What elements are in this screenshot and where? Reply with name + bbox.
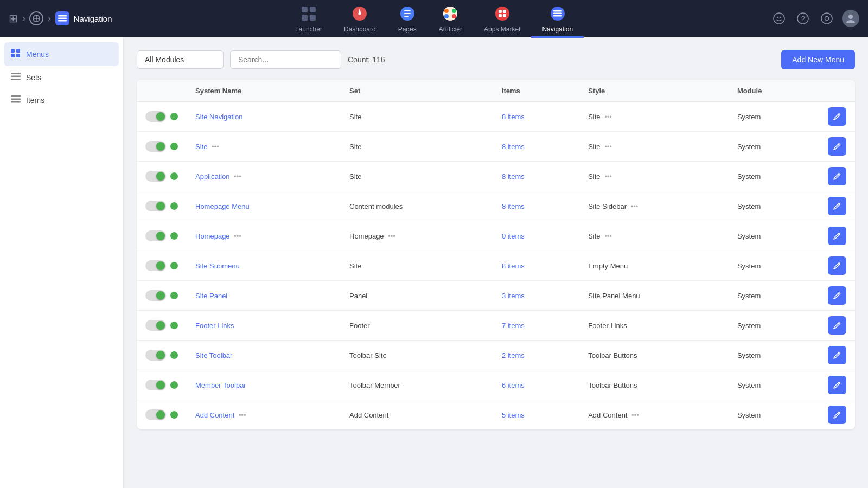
more-options-icon[interactable]: ••• — [604, 172, 612, 181]
actions-cell-8 — [819, 311, 855, 341]
items-link-3[interactable]: 8 items — [502, 172, 525, 181]
col-module: Module — [729, 80, 819, 102]
system-name-link-3[interactable]: Application — [195, 172, 230, 181]
more-options-icon[interactable]: ••• — [604, 113, 612, 121]
more-options-icon[interactable]: ••• — [239, 411, 246, 419]
svg-rect-29 — [553, 15, 562, 17]
svg-rect-39 — [16, 49, 20, 53]
edit-button-4[interactable] — [828, 197, 846, 215]
system-name-link-8[interactable]: Footer Links — [195, 322, 234, 330]
help-icon[interactable]: ? — [794, 10, 812, 27]
launcher-label: Launcher — [295, 25, 322, 33]
system-name-link-5[interactable]: Homepage — [195, 232, 230, 240]
system-name-link-4[interactable]: Homepage Menu — [195, 202, 250, 210]
items-cell-7: 3 items — [493, 281, 579, 311]
toggle-10[interactable] — [145, 380, 166, 390]
nav-item-artificier[interactable]: Artificier — [428, 0, 473, 38]
dashboard-icon — [350, 4, 369, 23]
nav-item-launcher[interactable]: Launcher — [284, 0, 333, 38]
breadcrumb-circle-icon[interactable] — [29, 11, 43, 25]
items-link-11[interactable]: 5 items — [502, 411, 525, 419]
edit-button-3[interactable] — [828, 167, 846, 185]
system-name-link-10[interactable]: Member Toolbar — [195, 381, 246, 389]
nav-item-navigation[interactable]: Navigation — [531, 0, 584, 38]
settings-icon[interactable] — [818, 10, 835, 27]
toggle-4[interactable] — [145, 201, 166, 211]
more-options-icon[interactable]: ••• — [234, 172, 241, 181]
toggle-cell-11 — [137, 400, 187, 430]
items-link-10[interactable]: 6 items — [502, 381, 525, 389]
svg-rect-8 — [302, 15, 308, 21]
set-cell-2: Site — [341, 132, 493, 162]
set-cell-9: Toolbar Site — [341, 341, 493, 370]
system-name-link-2[interactable]: Site — [195, 143, 207, 151]
module-filter-select[interactable]: All Modules — [137, 50, 224, 69]
toggle-9[interactable] — [145, 350, 166, 361]
sidebar-item-items[interactable]: Items — [0, 89, 123, 112]
system-name-link-11[interactable]: Add Content — [195, 411, 234, 419]
dashboard-label: Dashboard — [344, 25, 376, 33]
system-name-link-6[interactable]: Site Submenu — [195, 262, 240, 270]
pages-icon — [398, 4, 417, 23]
nav-item-dashboard[interactable]: Dashboard — [333, 0, 387, 38]
system-name-link-7[interactable]: Site Panel — [195, 292, 227, 300]
edit-button-5[interactable] — [828, 227, 846, 245]
system-name-link-9[interactable]: Site Toolbar — [195, 351, 232, 359]
svg-rect-25 — [503, 14, 506, 17]
items-link-4[interactable]: 8 items — [502, 202, 525, 210]
apps-grid-icon[interactable]: ⊞ — [9, 12, 18, 25]
emoji-icon[interactable] — [770, 10, 788, 27]
toggle-8[interactable] — [145, 320, 166, 331]
svg-point-19 — [444, 14, 449, 18]
sidebar-item-menus[interactable]: Menus — [4, 42, 119, 66]
items-link-2[interactable]: 8 items — [502, 143, 525, 151]
system-name-link-1[interactable]: Site Navigation — [195, 113, 242, 121]
items-link-8[interactable]: 7 items — [502, 322, 525, 330]
more-options-icon[interactable]: ••• — [212, 143, 219, 151]
toggle-6[interactable] — [145, 260, 166, 271]
edit-button-9[interactable] — [828, 346, 846, 364]
svg-rect-15 — [404, 16, 409, 17]
more-options-icon[interactable]: ••• — [631, 411, 639, 419]
more-options-icon[interactable]: ••• — [604, 232, 612, 240]
more-options-icon[interactable]: ••• — [631, 202, 639, 210]
nav-item-pages[interactable]: Pages — [387, 0, 428, 38]
toggle-2[interactable] — [145, 141, 166, 152]
sidebar-item-sets[interactable]: Sets — [0, 66, 123, 89]
module-cell-5: System — [729, 221, 819, 251]
items-link-6[interactable]: 8 items — [502, 262, 525, 270]
module-cell-3: System — [729, 162, 819, 191]
more-options-icon[interactable]: ••• — [604, 143, 612, 151]
user-avatar[interactable] — [842, 10, 859, 27]
system-name-cell-6: Site Submenu — [187, 251, 341, 281]
edit-button-6[interactable] — [828, 256, 846, 275]
more-options-icon[interactable]: ••• — [388, 232, 395, 240]
toggle-1[interactable] — [145, 111, 166, 122]
edit-button-7[interactable] — [828, 286, 846, 305]
svg-rect-9 — [310, 15, 316, 21]
main-layout: Menus Sets Items — [0, 37, 868, 488]
apps-market-label: Apps Market — [484, 25, 520, 33]
breadcrumb-sep-2: › — [48, 14, 50, 23]
actions-cell-4 — [819, 191, 855, 221]
edit-button-1[interactable] — [828, 107, 846, 126]
nav-item-apps-market[interactable]: Apps Market — [473, 0, 531, 38]
toggle-7[interactable] — [145, 290, 166, 301]
items-link-1[interactable]: 8 items — [502, 113, 525, 121]
actions-cell-6 — [819, 251, 855, 281]
more-options-icon[interactable]: ••• — [234, 232, 241, 240]
set-cell-8: Footer — [341, 311, 493, 341]
edit-button-2[interactable] — [828, 137, 846, 156]
edit-button-10[interactable] — [828, 376, 846, 394]
items-link-5[interactable]: 0 items — [502, 232, 525, 240]
edit-button-11[interactable] — [828, 406, 846, 424]
items-link-7[interactable]: 3 items — [502, 292, 525, 300]
toggle-5[interactable] — [145, 230, 166, 241]
items-link-9[interactable]: 2 items — [502, 351, 525, 359]
items-cell-1: 8 items — [493, 102, 579, 132]
toggle-3[interactable] — [145, 171, 166, 182]
edit-button-8[interactable] — [828, 316, 846, 335]
toggle-11[interactable] — [145, 409, 166, 420]
search-input[interactable] — [230, 50, 341, 69]
add-new-menu-button[interactable]: Add New Menu — [781, 50, 855, 69]
